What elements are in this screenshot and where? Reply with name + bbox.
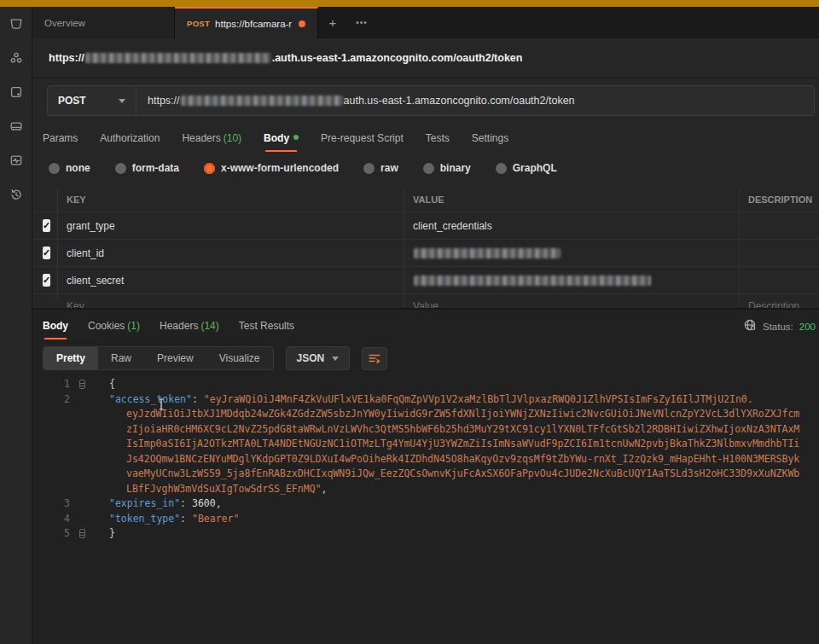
- response-tab-headers[interactable]: Headers(14): [160, 320, 219, 334]
- param-description-cell[interactable]: [740, 212, 819, 239]
- tab-request-title: https://bfcamara-my-: [215, 19, 292, 29]
- status-value: 200: [799, 322, 816, 332]
- response-tab-cookies[interactable]: Cookies(1): [88, 320, 140, 334]
- fold-toggle-icon[interactable]: [79, 380, 85, 389]
- fold-toggle-icon[interactable]: [79, 529, 85, 538]
- headers-count: (10): [224, 132, 241, 144]
- param-description-cell[interactable]: [740, 267, 819, 293]
- request-title-prefix: https://: [49, 52, 84, 64]
- mock-servers-icon[interactable]: [0, 75, 32, 109]
- new-tab-button[interactable]: +: [318, 7, 347, 38]
- tab-overview[interactable]: Overview: [32, 7, 175, 38]
- view-visualize[interactable]: Visualize: [206, 347, 273, 369]
- body-type-none[interactable]: none: [49, 162, 90, 174]
- tab-settings[interactable]: Settings: [472, 132, 508, 146]
- placeholder-value[interactable]: Value: [404, 294, 740, 309]
- code-line: vaeMyUCnw3LzWS59_5ja8fEnRABzxDHCIxqWN9iJ…: [32, 467, 819, 482]
- view-toggle: Pretty Raw Preview Visualize: [43, 346, 274, 370]
- cookies-count: (1): [127, 320, 140, 332]
- placeholder-key[interactable]: Key: [58, 294, 404, 309]
- param-key-cell[interactable]: grant_type: [58, 212, 404, 239]
- body-type-raw[interactable]: raw: [363, 162, 398, 174]
- radio-icon: [496, 163, 507, 174]
- param-description-cell[interactable]: [740, 240, 819, 266]
- radio-icon: [49, 163, 60, 174]
- code-line: 1{: [32, 377, 819, 392]
- method-dropdown[interactable]: POST: [48, 86, 136, 115]
- body-changed-dot: [293, 135, 299, 140]
- environments-icon[interactable]: [0, 41, 32, 75]
- tab-body[interactable]: Body: [264, 132, 299, 146]
- code-line: eyJzdWIiOiJtbXJ1MDdqb24wZGk4ZGdzZW5sbzJn…: [32, 407, 819, 422]
- table-row: ✓ grant_type client_credentials: [34, 212, 819, 239]
- monitors-icon[interactable]: [0, 143, 32, 177]
- chevron-down-icon: [332, 357, 339, 361]
- response-tab-test-results[interactable]: Test Results: [239, 320, 294, 334]
- redacted-value: [414, 276, 651, 286]
- radio-icon: [115, 163, 126, 174]
- view-preview[interactable]: Preview: [144, 347, 206, 369]
- tab-tests[interactable]: Tests: [426, 132, 450, 146]
- body-type-form-data[interactable]: form-data: [115, 162, 179, 174]
- param-key-cell[interactable]: client_id: [58, 240, 404, 266]
- tab-authorization[interactable]: Authorization: [100, 132, 160, 146]
- redacted-value: [414, 248, 561, 258]
- param-value-cell[interactable]: [404, 267, 740, 293]
- status-label: Status:: [763, 322, 793, 332]
- param-key-cell[interactable]: client_secret: [58, 267, 404, 293]
- code-line: IsImp0aSI6IjA2OTkzMTA0LTA4NDEtNGUzNC1iOT…: [32, 437, 819, 452]
- tab-overview-label: Overview: [44, 18, 85, 28]
- body-type-options: none form-data x-www-form-urlencoded raw…: [32, 156, 819, 180]
- request-url-bar: POST https://auth.us-east-1.amazoncognit…: [47, 85, 815, 116]
- placeholder-description[interactable]: Description: [740, 294, 819, 309]
- code-line: 4"token_type": "Bearer": [32, 512, 819, 527]
- code-line: LBfFJvghW3mVdSuXIgTowSdrSS_EFnMQ",: [32, 482, 819, 497]
- table-row: ✓ client_secret: [34, 266, 819, 293]
- table-row: ✓ client_id: [34, 239, 819, 266]
- param-value-cell[interactable]: client_credentials: [404, 212, 740, 239]
- body-type-x-www-form-urlencoded[interactable]: x-www-form-urlencoded: [204, 162, 339, 174]
- wrap-lines-button[interactable]: [362, 347, 387, 370]
- row-checkbox[interactable]: ✓: [43, 219, 50, 232]
- key-column-header: KEY: [58, 188, 404, 212]
- request-title: https://.auth.us-east-1.amazoncognito.co…: [32, 38, 819, 78]
- code-line: 5}: [32, 526, 819, 542]
- response-headers-count: (14): [200, 320, 218, 332]
- collections-icon[interactable]: [0, 7, 32, 41]
- view-pretty[interactable]: Pretty: [44, 347, 98, 369]
- tab-params[interactable]: Params: [43, 132, 78, 146]
- chevron-down-icon: [119, 99, 125, 103]
- radio-icon: [363, 163, 375, 174]
- url-prefix: https://: [148, 95, 180, 107]
- row-checkbox[interactable]: ✓: [43, 247, 50, 259]
- response-tab-body[interactable]: Body: [43, 320, 68, 334]
- body-type-binary[interactable]: binary: [423, 162, 471, 174]
- language-dropdown[interactable]: JSON: [286, 346, 351, 370]
- request-title-suffix: .auth.us-east-1.amazoncognito.com/oauth2…: [272, 52, 523, 64]
- response-panel: Body Cookies(1) Headers(14) Test Results…: [32, 310, 819, 644]
- redacted-url-domain: [181, 96, 343, 106]
- servers-icon[interactable]: [0, 109, 32, 143]
- table-placeholder-row: Key Value Description: [34, 293, 819, 307]
- code-line: 3"expires_in": 3600,: [32, 496, 819, 512]
- body-type-graphql[interactable]: GraphQL: [496, 162, 557, 174]
- table-header-row: KEY VALUE DESCRIPTION: [34, 188, 819, 212]
- tab-options-icon[interactable]: •••: [347, 7, 376, 38]
- language-dropdown-value: JSON: [297, 352, 325, 364]
- row-checkbox[interactable]: ✓: [43, 274, 50, 287]
- request-panel: https://.auth.us-east-1.amazoncognito.co…: [32, 38, 819, 309]
- tab-request-active[interactable]: POST https://bfcamara-my-: [175, 7, 318, 38]
- value-column-header: VALUE: [404, 188, 740, 212]
- history-icon[interactable]: [0, 177, 32, 212]
- response-code: 1{2"access_token": "eyJraWQiOiJ4MnF4ZkVu…: [32, 377, 819, 644]
- url-input[interactable]: https://auth.us-east-1.amazoncognito.com…: [136, 86, 814, 115]
- network-globe-icon[interactable]: [743, 318, 757, 335]
- wrap-lines-icon: [368, 352, 381, 364]
- urlencoded-params-table: KEY VALUE DESCRIPTION ✓ grant_type clien…: [34, 188, 819, 309]
- view-raw[interactable]: Raw: [98, 347, 144, 369]
- radio-selected-icon: [204, 163, 215, 174]
- postman-window: Overview POST https://bfcamara-my- + •••…: [0, 0, 819, 644]
- tab-pre-request-script[interactable]: Pre-request Script: [321, 132, 404, 146]
- tab-headers[interactable]: Headers(10): [182, 132, 241, 146]
- param-value-cell[interactable]: [404, 240, 740, 266]
